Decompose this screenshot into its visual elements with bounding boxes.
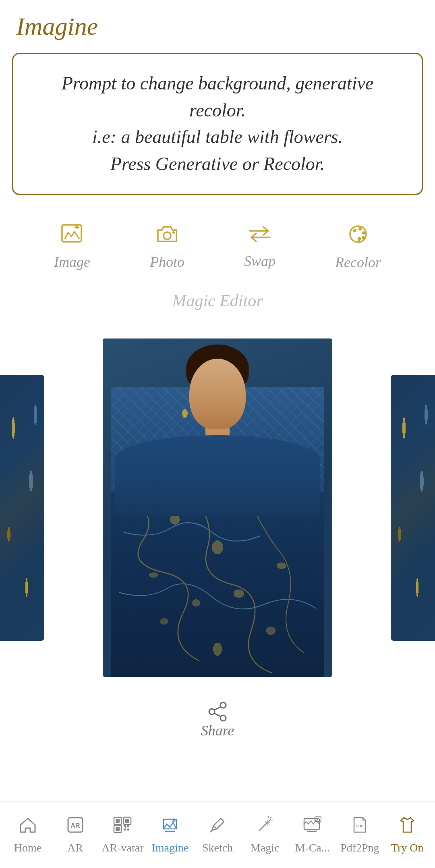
prompt-text: Prompt to change background, generative … (33, 70, 402, 178)
svg-line-13 (214, 707, 221, 710)
mca-icon: P (303, 816, 322, 838)
share-label: Share (201, 722, 234, 739)
svg-point-12 (209, 709, 215, 714)
svg-point-3 (164, 232, 171, 239)
photo-tool-label: Photo (150, 253, 184, 270)
svg-point-11 (220, 715, 226, 721)
recolor-tool[interactable]: Recolor (335, 223, 381, 271)
sketch-icon (209, 816, 226, 838)
main-fashion-image[interactable] (103, 338, 332, 677)
svg-line-14 (214, 713, 221, 716)
nav-label-home: Home (14, 841, 41, 854)
svg-rect-25 (124, 829, 126, 831)
svg-point-6 (353, 229, 356, 232)
ar-icon: AR (66, 816, 84, 838)
svg-point-7 (358, 227, 362, 230)
nav-label-ar: AR (67, 841, 83, 854)
pdf-icon: PDF (351, 816, 369, 838)
share-area: Share (0, 689, 435, 747)
toolbar: Image Photo Swap (0, 203, 435, 283)
nav-item-tryon[interactable]: Try On (383, 816, 431, 854)
svg-point-8 (362, 231, 365, 235)
app-title: Imagine (16, 12, 98, 40)
svg-rect-27 (125, 827, 126, 828)
svg-point-10 (220, 702, 226, 708)
nav-item-mca[interactable]: P M-Ca... (289, 816, 336, 854)
recolor-tool-label: Recolor (335, 254, 381, 271)
share-icon (207, 701, 228, 722)
svg-rect-20 (125, 819, 129, 823)
carousel-left-panel[interactable] (0, 375, 44, 641)
svg-line-29 (213, 826, 217, 829)
svg-text:P: P (317, 818, 319, 821)
svg-rect-18 (116, 819, 120, 823)
image-carousel[interactable] (0, 326, 435, 689)
header: Imagine (0, 0, 435, 45)
photo-tool[interactable]: Photo (150, 224, 184, 270)
svg-text:AR: AR (70, 822, 80, 829)
svg-rect-26 (127, 829, 129, 831)
nav-label-magic: Magic (251, 841, 280, 854)
magic-editor-label: Magic Editor (0, 283, 435, 326)
image-tool[interactable]: Image (54, 224, 90, 270)
tryon-icon (398, 816, 416, 838)
nav-item-ar[interactable]: AR AR (52, 816, 99, 854)
image-tool-label: Image (54, 253, 90, 270)
nav-item-arvatar[interactable]: AR-vatar (99, 816, 147, 854)
nav-item-magic[interactable]: Magic (241, 816, 289, 854)
svg-point-9 (362, 236, 365, 239)
imagine-icon (161, 816, 179, 838)
magic-icon (256, 816, 274, 838)
swap-tool[interactable]: Swap (244, 224, 276, 270)
svg-point-4 (172, 231, 175, 234)
svg-line-30 (210, 831, 212, 832)
carousel-right-panel[interactable] (391, 375, 435, 641)
swap-tool-label: Swap (244, 253, 276, 270)
nav-item-pdf2png[interactable]: PDF Pdf2Png (336, 816, 383, 854)
nav-label-sketch: Sketch (202, 841, 233, 854)
nav-label-imagine: Imagine (151, 841, 188, 854)
home-icon (19, 816, 37, 838)
right-pattern (391, 375, 435, 641)
svg-rect-24 (127, 825, 129, 827)
svg-rect-22 (116, 827, 120, 831)
svg-line-33 (270, 817, 271, 818)
prompt-box[interactable]: Prompt to change background, generative … (12, 53, 423, 195)
image-upload-icon (61, 224, 83, 249)
svg-text:PDF: PDF (356, 824, 364, 828)
palette-icon (346, 223, 370, 250)
nav-label-arvatar: AR-vatar (102, 841, 143, 854)
nav-item-sketch[interactable]: Sketch (194, 816, 241, 854)
nav-label-mca: M-Ca... (295, 841, 329, 854)
left-pattern (0, 375, 44, 641)
bottom-nav: Home AR AR (0, 802, 435, 868)
nav-item-imagine[interactable]: Imagine (146, 816, 194, 854)
camera-icon (155, 224, 180, 249)
swap-icon (247, 224, 272, 249)
nav-label-pdf2png: Pdf2Png (340, 841, 379, 854)
share-button[interactable]: Share (201, 701, 234, 739)
nav-label-tryon: Try On (391, 841, 424, 854)
arvatar-icon (113, 816, 132, 838)
nav-item-home[interactable]: Home (4, 816, 52, 854)
